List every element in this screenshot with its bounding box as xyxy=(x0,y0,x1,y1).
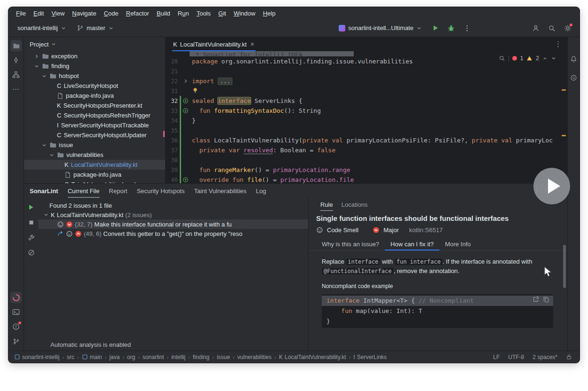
tab-security-hotspots[interactable]: Security Hotspots xyxy=(132,184,190,198)
search-everywhere-button[interactable] xyxy=(546,22,558,34)
overrides-icon[interactable] xyxy=(181,177,190,183)
encoding-widget[interactable]: UTF-8 xyxy=(508,354,524,360)
tab-why-is-this-an-issue-[interactable]: Why is this an issue? xyxy=(316,237,385,250)
vcs-branch-widget[interactable]: master xyxy=(73,23,117,33)
menu-build[interactable]: Build xyxy=(153,9,174,18)
breadcrumb-item[interactable]: KLocalTaintVulnerability.kt xyxy=(279,354,346,360)
breadcrumb-item[interactable]: java xyxy=(109,354,119,360)
commit-tool-button[interactable] xyxy=(10,55,22,66)
gradle-tool-button[interactable]: G xyxy=(568,72,580,83)
settings-button[interactable] xyxy=(562,22,574,34)
breadcrumb-item[interactable]: org xyxy=(127,354,135,360)
menu-run[interactable]: Run xyxy=(174,9,193,18)
debug-button[interactable] xyxy=(445,22,457,34)
tab-options-icon[interactable]: ⋮ xyxy=(555,40,562,48)
menu-refactor[interactable]: Refactor xyxy=(122,9,153,18)
implemented-icon[interactable] xyxy=(181,98,190,104)
issue-row[interactable]: (49, 6) Convert this getter to a "get()"… xyxy=(38,229,308,238)
tab-locations[interactable]: Locations xyxy=(337,198,372,211)
previous-problem-icon[interactable] xyxy=(542,56,548,61)
sonarlint-tool-button[interactable] xyxy=(10,292,22,303)
stop-button[interactable] xyxy=(26,218,36,227)
notifications-icon[interactable] xyxy=(568,53,580,64)
chevron-down-icon[interactable] xyxy=(48,152,55,158)
more-actions-button[interactable]: ⋮ xyxy=(461,22,473,34)
configure-button[interactable] xyxy=(26,233,36,242)
git-tool-button[interactable] xyxy=(10,336,22,347)
code-editor[interactable]: * SonarLint for IntelliJ IDEA ... 20pack… xyxy=(166,51,567,183)
tree-item[interactable]: CLiveSecurityHotspot xyxy=(24,81,165,91)
intention-bulb-icon[interactable] xyxy=(192,87,199,94)
tab-how-can-i-fix-it-[interactable]: How can I fix it? xyxy=(385,237,439,250)
chevron-down-icon[interactable] xyxy=(41,142,47,148)
chevron-down-icon[interactable] xyxy=(41,73,47,79)
breadcrumb-item[interactable]: main xyxy=(82,354,102,360)
video-play-overlay[interactable] xyxy=(533,168,570,204)
run-config-widget[interactable]: sonarlint-intell...Ultimate xyxy=(335,23,425,33)
indent-widget[interactable]: 2 spaces* xyxy=(532,354,557,360)
tab-current-file[interactable]: Current File xyxy=(63,184,104,198)
copy-icon[interactable] xyxy=(543,296,549,303)
menu-view[interactable]: View xyxy=(48,9,68,18)
project-widget[interactable]: sonarlint-intellij xyxy=(14,23,70,33)
tree-item[interactable]: CSecurityHotspotsRefreshTrigger xyxy=(24,110,165,120)
issues-file-row[interactable]: KLocalTaintVulnerability.kt (2 issues) xyxy=(38,210,308,219)
issues-summary-row[interactable]: Found 2 issues in 1 file xyxy=(38,201,308,210)
run-button[interactable] xyxy=(429,22,441,34)
breadcrumb-item[interactable]: vulnerabilities xyxy=(238,354,272,360)
tree-item[interactable]: KLocalTaintVulnerability.kt xyxy=(24,160,165,170)
inspections-widget[interactable]: 1 2 xyxy=(495,54,560,63)
tree-item[interactable]: CTaintVulnerabilitiesLoader xyxy=(24,180,165,183)
tab-report[interactable]: Report xyxy=(104,184,132,198)
menu-code[interactable]: Code xyxy=(100,9,122,18)
next-problem-icon[interactable] xyxy=(551,55,556,61)
menu-edit[interactable]: Edit xyxy=(30,9,48,18)
tree-item[interactable]: vulnerabilities xyxy=(24,150,165,160)
tree-item[interactable]: finding xyxy=(24,61,165,71)
menu-tools[interactable]: Tools xyxy=(193,9,215,18)
breadcrumb-item[interactable]: intellij xyxy=(171,354,185,360)
menu-navigate[interactable]: Navigate xyxy=(68,9,100,18)
project-panel-header[interactable]: Project xyxy=(24,37,165,51)
line-ending-widget[interactable]: LF xyxy=(493,354,500,360)
menu-help[interactable]: Help xyxy=(259,9,279,18)
write-access-icon[interactable] xyxy=(566,354,572,360)
chevron-right-icon[interactable] xyxy=(33,54,40,59)
breadcrumb-item[interactable]: src xyxy=(67,354,74,360)
fold-marker-icon[interactable] xyxy=(181,78,190,84)
tree-item[interactable]: KSecurityHotspotsPresenter.kt xyxy=(24,101,165,110)
menu-file[interactable]: File xyxy=(12,9,30,18)
implemented-icon[interactable] xyxy=(181,108,190,114)
structure-tool-button[interactable] xyxy=(10,69,22,80)
profile-button[interactable] xyxy=(530,22,542,34)
project-tool-button[interactable] xyxy=(10,40,22,51)
tree-item[interactable]: hotspot xyxy=(24,71,165,81)
chevron-down-icon[interactable] xyxy=(43,212,49,218)
breadcrumb-item[interactable]: sonarlint xyxy=(143,354,164,360)
terminal-tool-button[interactable] xyxy=(10,306,22,318)
close-tab-icon[interactable]: × xyxy=(250,40,254,48)
tree-item[interactable]: exception xyxy=(24,51,165,61)
clear-button[interactable] xyxy=(26,248,36,257)
tree-item[interactable]: IServerSecurityHotspotTrackable xyxy=(24,120,165,130)
tree-item[interactable]: package-info.java xyxy=(24,170,165,180)
breadcrumb-item[interactable]: IServerLinks xyxy=(353,354,387,360)
problems-tool-button[interactable] xyxy=(10,321,22,332)
more-tool-windows-button[interactable]: ⋯ xyxy=(10,84,22,95)
tab-log[interactable]: Log xyxy=(251,184,271,198)
tree-item[interactable]: CServerSecurityHotspotUpdater xyxy=(24,130,165,140)
breadcrumb-item[interactable]: issue xyxy=(217,354,230,360)
scrollbar-thumb[interactable] xyxy=(563,245,566,288)
tree-item[interactable]: issue xyxy=(24,140,165,150)
open-in-editor-icon[interactable] xyxy=(532,296,539,303)
tab-more-info[interactable]: More Info xyxy=(439,237,477,250)
analyze-play-button[interactable] xyxy=(26,203,36,212)
tree-item[interactable]: package-info.java xyxy=(24,91,165,101)
tab-taint-vulnerabilities[interactable]: Taint Vulnerabilities xyxy=(190,184,252,198)
breadcrumb-item[interactable]: sonarlint-intellij xyxy=(14,354,59,360)
menu-git[interactable]: Git xyxy=(215,9,230,18)
breadcrumb-item[interactable]: finding xyxy=(193,354,209,360)
editor-tab[interactable]: K LocalTaintVulnerability.kt × xyxy=(168,37,259,51)
menu-window[interactable]: Window xyxy=(230,9,259,18)
chevron-down-icon[interactable] xyxy=(33,63,40,69)
